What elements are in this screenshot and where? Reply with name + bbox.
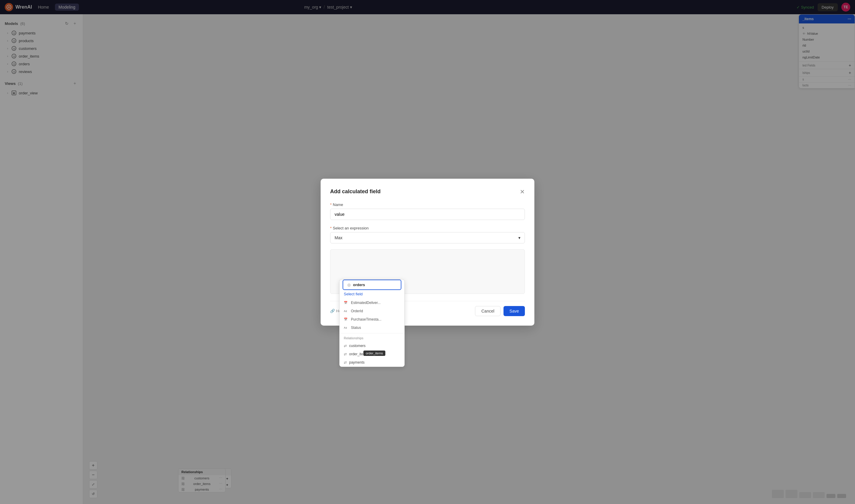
rel-name: customers (349, 344, 366, 348)
dropdown-field-estimated[interactable]: 📅 EstimatedDeliver... (340, 299, 404, 307)
save-button[interactable]: Save (503, 306, 525, 316)
dropdown-fields-list: 📅 EstimatedDeliver... Az OrderId 📅 Purch… (340, 299, 404, 332)
dropdown-field-orderid[interactable]: Az OrderId (340, 307, 404, 315)
relationship-icon: ⇄ (344, 352, 347, 356)
dropdown-rel-order-items[interactable]: ⇄ order_items order_items (340, 350, 404, 358)
expression-select[interactable]: Max ▾ (330, 232, 525, 244)
relationship-icon: ⇄ (344, 344, 347, 348)
text-icon: Az (344, 310, 349, 312)
calendar-icon: 📅 (344, 318, 349, 321)
add-calculated-field-modal: Add calculated field ✕ * Name * Select a… (321, 179, 534, 326)
name-input[interactable] (330, 209, 525, 220)
link-icon: 🔗 (330, 309, 335, 313)
chevron-down-icon: ▾ (518, 235, 520, 240)
model-name: orders (353, 283, 365, 287)
field-name: Status (351, 326, 361, 330)
calendar-icon: 📅 (344, 301, 349, 304)
relationship-icon: ⇄ (344, 360, 347, 364)
dropdown-model-row[interactable]: ◎ orders (343, 280, 402, 290)
field-name: EstimatedDeliver... (351, 301, 380, 305)
dropdown-field-purchase[interactable]: 📅 PurchaseTimesta... (340, 315, 404, 324)
name-field: * Name (330, 202, 525, 220)
expression-field: * Select an expression Max ▾ (330, 226, 525, 244)
dropdown-rel-customers[interactable]: ⇄ customers (340, 342, 404, 350)
field-selector-dropdown: ◎ orders Select field 📅 EstimatedDeliver… (339, 279, 405, 367)
tooltip-order-items: order_items (363, 350, 385, 356)
expression-area: ◎ orders Select field 📅 EstimatedDeliver… (330, 249, 525, 294)
modal-overlay: Add calculated field ✕ * Name * Select a… (0, 0, 855, 504)
cancel-button[interactable]: Cancel (475, 306, 500, 316)
rel-name: payments (349, 360, 364, 364)
modal-header: Add calculated field ✕ (330, 188, 525, 195)
expression-label: * Select an expression (330, 226, 525, 230)
modal-title: Add calculated field (330, 188, 380, 195)
field-name: PurchaseTimesta... (351, 317, 381, 322)
modal-actions: Cancel Save (475, 306, 525, 316)
dropdown-rel-payments[interactable]: ⇄ payments (340, 358, 404, 366)
select-field-label[interactable]: Select field (340, 291, 404, 299)
required-indicator: * (330, 202, 332, 207)
text-icon: Az (344, 326, 349, 329)
field-name: OrderId (351, 309, 363, 313)
required-indicator: * (330, 226, 332, 230)
name-label: * Name (330, 202, 525, 207)
modal-close-button[interactable]: ✕ (520, 188, 525, 195)
relationships-section-label: Relationships (340, 335, 404, 342)
expression-value: Max (335, 235, 342, 240)
dropdown-field-status[interactable]: Az Status (340, 324, 404, 332)
model-icon: ◎ (348, 283, 351, 287)
